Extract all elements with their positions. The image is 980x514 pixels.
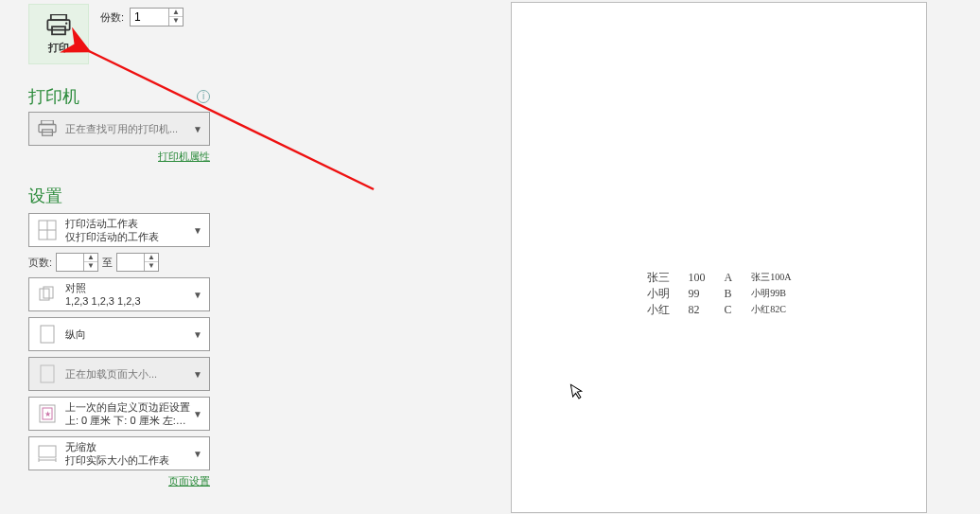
preview-content: 张三100A张三100A小明99B小明99B小红82C小红82C [638, 269, 801, 317]
scaling-icon [35, 445, 60, 462]
svg-rect-1 [47, 20, 69, 30]
table-row: 小红82C小红82C [638, 301, 801, 317]
svg-rect-17 [39, 446, 56, 457]
print-preview-area: 张三100A张三100A小明99B小明99B小红82C小红82C [511, 0, 980, 514]
orientation-dropdown[interactable]: 纵向 ▼ [28, 317, 210, 351]
svg-rect-0 [51, 14, 66, 20]
copies-label: 份数: [100, 10, 124, 25]
svg-text:★: ★ [44, 410, 51, 418]
copies-spinbox[interactable]: ▲ ▼ [130, 8, 184, 27]
margins-dropdown[interactable]: ★ 上一次的自定义页边距设置 上: 0 厘米 下: 0 厘米 左:… ▼ [28, 397, 210, 431]
chevron-down-icon: ▼ [190, 290, 205, 300]
pages-from-spinbox[interactable]: ▲▼ [56, 253, 98, 272]
chevron-down-icon: ▼ [190, 225, 205, 236]
settings-heading: 设置 [28, 185, 62, 207]
pages-to-spinbox[interactable]: ▲▼ [116, 253, 159, 272]
printer-small-icon [35, 120, 60, 137]
pages-to-label: 至 [102, 256, 113, 270]
pages-label: 页数: [28, 256, 52, 270]
svg-rect-12 [41, 326, 54, 343]
table-row: 张三100A张三100A [638, 269, 801, 285]
info-icon[interactable]: i [197, 90, 210, 103]
print-what-dropdown[interactable]: 打印活动工作表 仅打印活动的工作表 ▼ [28, 213, 210, 247]
page-size-dropdown[interactable]: 正在加载页面大小... ▼ [28, 357, 210, 391]
portrait-icon [35, 325, 60, 344]
copies-input[interactable] [131, 9, 168, 26]
printer-properties-link[interactable]: 打印机属性 [158, 151, 210, 162]
scaling-dropdown[interactable]: 无缩放 打印实际大小的工作表 ▼ [28, 436, 210, 470]
chevron-down-icon: ▼ [190, 124, 205, 134]
chevron-down-icon: ▼ [190, 329, 205, 340]
page-icon [35, 364, 60, 383]
pages-from-input[interactable] [57, 254, 83, 271]
table-row: 小明99B小明99B [638, 285, 801, 301]
svg-rect-5 [39, 125, 56, 133]
printer-icon [45, 14, 72, 37]
page-setup-link[interactable]: 页面设置 [168, 475, 210, 487]
chevron-down-icon: ▼ [190, 409, 205, 419]
pages-to-input[interactable] [117, 254, 144, 271]
svg-rect-4 [42, 120, 54, 125]
collate-dropdown[interactable]: 对照 1,2,3 1,2,3 1,2,3 ▼ [28, 277, 210, 311]
printer-dropdown[interactable]: 正在查找可用的打印机... ▼ [28, 112, 210, 146]
printer-status: 正在查找可用的打印机... [65, 122, 190, 135]
collate-icon [35, 285, 60, 304]
gutter [218, 0, 511, 514]
sheet-icon [35, 220, 60, 240]
svg-rect-13 [41, 365, 54, 382]
preview-page: 张三100A张三100A小明99B小明99B小红82C小红82C [511, 2, 927, 513]
copies-step-down[interactable]: ▼ [169, 17, 183, 26]
chevron-down-icon: ▼ [190, 369, 205, 380]
print-settings-panel: 打印 份数: ▲ ▼ 打印机 i [0, 0, 218, 514]
margins-icon: ★ [35, 404, 60, 423]
print-button-label: 打印 [48, 41, 69, 55]
printer-heading: 打印机 [28, 85, 79, 108]
chevron-down-icon: ▼ [190, 449, 205, 459]
print-button[interactable]: 打印 [28, 4, 89, 64]
svg-point-3 [65, 22, 67, 24]
